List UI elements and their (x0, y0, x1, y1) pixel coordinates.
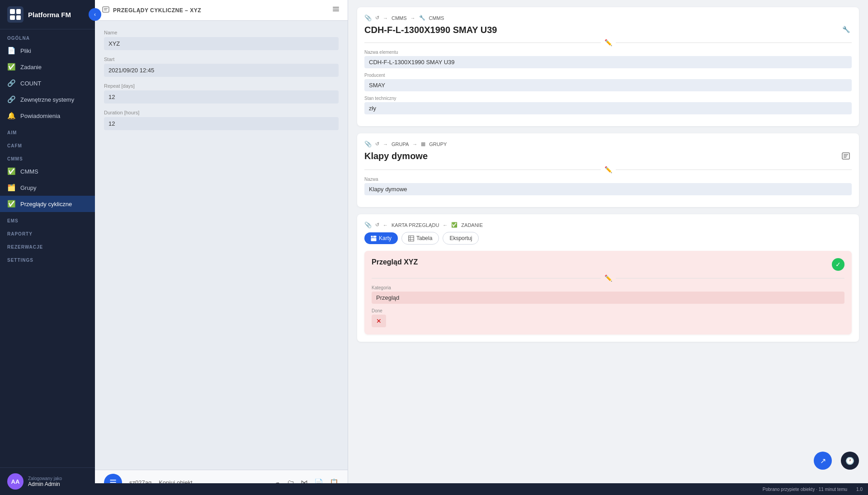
repeat-label: Repeat [days] (104, 83, 339, 89)
status-bar: 11:15 Admin Admin Edycja Pobrano przypie… (0, 483, 868, 495)
clip-icon: 📎 (364, 14, 372, 21)
arrow-icon-1: → (383, 15, 388, 21)
right-panel: 📎 ↺ → CMMS → 🔧 CMMS CDH-F-L-1300X1990 SM… (348, 0, 868, 495)
refresh-icon[interactable]: ↺ (375, 15, 379, 21)
section-label-cafm: CAFM (0, 137, 95, 150)
arrow-icon-4: → (412, 141, 417, 147)
tab-tabela[interactable]: Tabela (401, 232, 439, 245)
sidebar-toggle-button[interactable]: ‹ (89, 8, 101, 21)
sidebar-item-label-zadanie: Zadanie (20, 64, 42, 71)
sidebar-item-label-powiadomienia: Powiadomienia (20, 113, 60, 119)
content-area: PRZEGLĄDY CYKLICZNE – XYZ Name XYZ Start (95, 0, 868, 495)
tab-karty[interactable]: Karty (364, 232, 398, 244)
arrow-icon-3: → (383, 141, 388, 147)
start-value: 2021/09/20 12:45 (104, 64, 339, 77)
external-icon: 🔗 (7, 95, 16, 104)
grupy-card-actions (840, 151, 852, 162)
sidebar-item-zadanie[interactable]: ✅ Zadanie (0, 59, 95, 75)
nav-fab-button[interactable]: ↗ (814, 452, 832, 470)
przeglad-breadcrumb-1[interactable]: KARTA PRZEGLĄDU (392, 222, 439, 228)
avatar: AA (7, 473, 24, 490)
cmms-card-divider: ✏️ (364, 39, 852, 46)
grupy-breadcrumb-2[interactable]: GRUPY (429, 141, 447, 147)
cmms-card-title: CDH-F-L-1300X1990 SMAY U39 (364, 25, 497, 35)
cmms-card-title-row: CDH-F-L-1300X1990 SMAY U39 🔧 (364, 25, 852, 35)
sidebar-item-label-grupy: Grupy (20, 184, 36, 191)
sidebar-item-label-pliki: Pliki (20, 47, 31, 54)
grupy-breadcrumb-1[interactable]: GRUPA (392, 141, 409, 147)
left-panel-header: PRZEGLĄDY CYKLICZNE – XYZ (95, 0, 348, 21)
arrow-icon-6: ← (443, 222, 448, 228)
footer-label: Zalogowany jako (28, 476, 62, 481)
przeglad-breadcrumb-2[interactable]: ZADANIE (461, 222, 483, 228)
history-fab-button[interactable]: 🕐 (841, 452, 859, 470)
sidebar-footer: AA Zalogowany jako Admin Admin (0, 467, 95, 495)
edit-icon-3[interactable]: ✏️ (604, 274, 612, 282)
przeglad-section-breadcrumb: 📎 ↺ ← KARTA PRZEGLĄDU ← ✅ ZADANIE (364, 222, 852, 228)
name-value: XYZ (104, 37, 339, 50)
sidebar-item-pliki[interactable]: 📄 Pliki (0, 42, 95, 59)
sidebar: Platforma FM ‹ OGÓLNA 📄 Pliki ✅ Zadanie … (0, 0, 95, 495)
edit-icon-2[interactable]: ✏️ (604, 166, 612, 173)
sidebar-item-powiadomienia[interactable]: 🔔 Powiadomienia (0, 108, 95, 124)
duration-value: 12 (104, 117, 339, 130)
arrow-icon-5: ← (383, 222, 388, 228)
przeglad-card-title-row: Przegląd XYZ ✓ (372, 258, 844, 271)
sidebar-item-zewnetrzne[interactable]: 🔗 Zewnętrzne systemy (0, 91, 95, 108)
sidebar-item-count[interactable]: 🔗 COUNT (0, 75, 95, 91)
clip-icon-2: 📎 (364, 141, 372, 147)
done-check-icon: ✓ (832, 258, 844, 271)
cmms-breadcrumb-1[interactable]: CMMS (392, 15, 407, 21)
grupy-card-title: Klapy dymowe (364, 151, 428, 161)
section-label-rezerwacje: REZERWACJE (0, 238, 95, 251)
sidebar-item-label-zewnetrzne: Zewnętrzne systemy (20, 96, 74, 103)
panel-title: PRZEGLĄDY CYKLICZNE – XYZ (102, 6, 201, 14)
footer-info: Zalogowany jako Admin Admin (28, 476, 62, 487)
stan-value: zły (364, 102, 852, 114)
stan-label: Stan techniczny (364, 96, 852, 101)
grupy-icon: 🗂️ (7, 184, 16, 192)
field-duration: Duration [hours] 12 (104, 110, 339, 130)
grupy-nazwa-label: Nazwa (364, 177, 852, 182)
panel-menu-button[interactable] (331, 5, 340, 16)
sidebar-item-przeglady[interactable]: ✅ Przeglądy cykliczne (0, 196, 95, 212)
svg-rect-13 (409, 236, 414, 241)
main-content: PRZEGLĄDY CYKLICZNE – XYZ Name XYZ Start (95, 0, 868, 495)
kategoria-label: Kategoria (372, 285, 844, 290)
zadanie-check-icon: ✅ (451, 222, 458, 228)
refresh-icon-3[interactable]: ↺ (375, 222, 379, 228)
field-name: Name XYZ (104, 30, 339, 50)
sidebar-item-cmms[interactable]: ✅ CMMS (0, 163, 95, 179)
sidebar-logo: Platforma FM ‹ (0, 0, 95, 29)
section-label-raporty: RAPORTY (0, 225, 95, 238)
refresh-icon-2[interactable]: ↺ (375, 141, 379, 147)
sidebar-item-label-count: COUNT (20, 80, 41, 87)
section-label-cmms: CMMS (0, 150, 95, 163)
kategoria-value: Przegląd (372, 292, 844, 304)
sidebar-item-grupy[interactable]: 🗂️ Grupy (0, 179, 95, 196)
cmms-card-actions: 🔧 (840, 25, 852, 34)
field-repeat: Repeat [days] 12 (104, 83, 339, 104)
section-label-ems: EMS (0, 212, 95, 225)
edit-icon[interactable]: ✏️ (604, 39, 612, 46)
list-icon-btn[interactable] (840, 151, 852, 162)
repeat-value: 12 (104, 90, 339, 104)
cmms-icon: ✅ (7, 167, 16, 175)
section-label-aim: AIM (0, 124, 95, 137)
svg-rect-11 (373, 236, 377, 237)
przeglad-card-title: Przegląd XYZ (372, 258, 418, 266)
wrench-btn[interactable]: 🔧 (840, 25, 852, 34)
sidebar-item-label-przeglady: Przeglądy cykliczne (20, 201, 72, 207)
grupy-card-breadcrumb: 📎 ↺ → GRUPA → ▦ GRUPY (364, 141, 852, 147)
svg-rect-12 (371, 238, 377, 241)
section-label-settings: SETTINGS (0, 251, 95, 264)
przeglad-card-divider: ✏️ (372, 274, 844, 282)
clip-icon-3: 📎 (364, 222, 372, 228)
cmms-breadcrumb-2[interactable]: CMMS (429, 15, 444, 21)
wrench-icon: 🔧 (419, 15, 425, 21)
app-name: Platforma FM (28, 11, 71, 19)
arrow-icon-2: → (410, 15, 415, 21)
cmms-element-card: 📎 ↺ → CMMS → 🔧 CMMS CDH-F-L-1300X1990 SM… (357, 7, 859, 126)
export-button[interactable]: Eksportuj (443, 232, 479, 245)
tab-karty-label: Karty (379, 235, 392, 241)
